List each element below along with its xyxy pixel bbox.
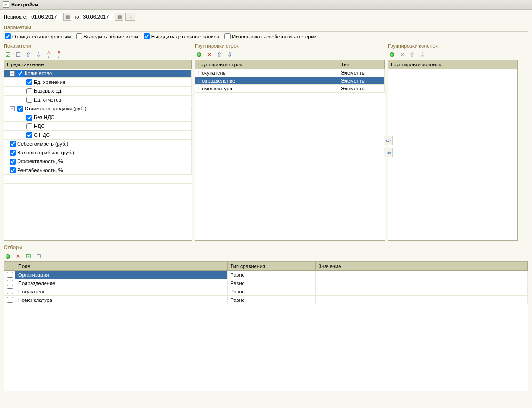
indicators-header: Представление: [4, 60, 192, 69]
date-from-input[interactable]: [29, 13, 61, 20]
check-all-button[interactable]: ☑: [4, 51, 12, 59]
row-groupings-toolbar: ✕ ⇧ ⇩: [195, 50, 385, 60]
row-groupings-title: Группировки строк: [195, 43, 385, 50]
indicator-label: Эффективность, %: [17, 159, 63, 164]
move-left-button[interactable]: ➪: [384, 148, 393, 157]
delete-col-grouping-button[interactable]: ✕: [398, 51, 406, 59]
indicator-label: Ед. хранения: [34, 79, 65, 85]
param-detail-records[interactable]: Выводить детальные записи: [144, 33, 219, 39]
move-down-button[interactable]: ⇩: [34, 51, 43, 59]
col-grouping-down-button[interactable]: ⇩: [418, 51, 427, 59]
indicators-listbox[interactable]: Представление −КоличествоЕд. храненияБаз…: [4, 60, 192, 241]
indicator-label: Без НДС: [34, 115, 55, 120]
indicator-label: Валовая прибыль (руб.): [17, 150, 74, 155]
indicator-row[interactable]: Валовая прибыль (руб.): [4, 148, 192, 157]
delete-row-grouping-button[interactable]: ✕: [205, 51, 213, 59]
date-to-input[interactable]: [81, 13, 113, 20]
col-groupings-header: Группировки колонок: [388, 60, 517, 69]
indicator-row[interactable]: Ед. отчетов: [4, 96, 192, 104]
uncheck-all-button[interactable]: ☐: [14, 51, 22, 59]
sort-asc-button[interactable]: A↓: [45, 51, 53, 59]
filter-row[interactable]: ПодразделениеРавно: [4, 279, 528, 287]
app-icon: ▭: [3, 1, 9, 8]
move-up-button[interactable]: ⇧: [24, 51, 32, 59]
indicator-label: НДС: [34, 123, 45, 129]
indicator-label: Ед. отчетов: [34, 97, 61, 102]
filter-col-value: Значение: [316, 262, 528, 270]
indicator-row[interactable]: −Количество: [4, 69, 192, 78]
add-filter-button[interactable]: [4, 252, 12, 261]
indicator-label: С НДС: [34, 132, 50, 138]
indicator-label: Рентабельность, %: [17, 167, 63, 173]
indicator-row[interactable]: Себестоимость (руб.): [4, 140, 192, 148]
param-show-totals[interactable]: Выводить общие итоги: [76, 33, 138, 39]
indicator-label: Стоимость продажи (руб.): [25, 106, 86, 111]
expand-icon[interactable]: −: [10, 106, 15, 111]
period-to-label: по: [73, 14, 79, 19]
row-groupings-col-group: Группировки строк: [195, 60, 338, 69]
expand-icon[interactable]: −: [10, 71, 15, 76]
row-groupings-listbox[interactable]: Группировки строк Тип ПокупательЭлементы…: [195, 60, 385, 241]
indicator-row[interactable]: Без НДС: [4, 113, 192, 122]
param-use-properties[interactable]: Использовать свойства и категории: [224, 33, 316, 39]
row-grouping-item[interactable]: ПодразделениеЭлементы: [195, 77, 385, 85]
filter-row[interactable]: НоменклатураРавно: [4, 296, 528, 304]
filters-title: Отборы: [4, 243, 528, 251]
row-grouping-up-button[interactable]: ⇧: [215, 51, 224, 59]
indicator-row[interactable]: Ед. хранения: [4, 78, 192, 87]
indicator-label: Себестоимость (руб.): [17, 141, 68, 147]
filter-row[interactable]: ПокупательРавно: [4, 287, 528, 296]
indicator-row[interactable]: Базовых ед.: [4, 87, 192, 96]
param-negative-red[interactable]: Отрицательное красным: [5, 33, 71, 39]
calendar-from-button[interactable]: ▦: [63, 13, 71, 21]
col-grouping-up-button[interactable]: ⇧: [408, 51, 417, 59]
move-right-button[interactable]: ➪: [384, 136, 393, 145]
delete-filter-button[interactable]: ✕: [14, 252, 22, 261]
col-groupings-title: Группировки колонок: [388, 43, 518, 50]
parameters-title: Параметры: [4, 24, 528, 31]
row-grouping-item[interactable]: НоменклатураЭлементы: [195, 85, 385, 93]
parameters-row: Отрицательное красным Выводить общие ито…: [0, 32, 532, 43]
indicator-row[interactable]: Эффективность, %: [4, 157, 192, 166]
filter-uncheck-all-button[interactable]: ☐: [34, 252, 43, 261]
period-from-label: Период с:: [4, 14, 27, 19]
col-groupings-toolbar: ✕ ⇧ ⇩: [388, 50, 518, 60]
row-grouping-item[interactable]: ПокупательЭлементы: [195, 69, 385, 77]
filter-col-field: Поле: [15, 262, 228, 270]
period-dialog-button[interactable]: ...: [125, 13, 135, 21]
filter-col-compare: Тип сравнения: [228, 262, 316, 270]
indicator-label: Базовых ед.: [34, 88, 63, 94]
filter-check-all-button[interactable]: ☑: [24, 252, 32, 261]
col-groupings-listbox[interactable]: Группировки колонок: [388, 60, 518, 241]
filters-toolbar: ✕ ☑ ☐: [4, 251, 528, 261]
indicator-row[interactable]: С НДС: [4, 131, 192, 140]
calendar-to-button[interactable]: ▦: [115, 13, 123, 21]
filter-row[interactable]: ОрганизацияРавно: [4, 271, 528, 279]
add-row-grouping-button[interactable]: [195, 51, 203, 59]
titlebar: ▭ Настройки: [0, 0, 532, 10]
row-grouping-down-button[interactable]: ⇩: [225, 51, 234, 59]
row-groupings-col-type: Тип: [338, 60, 385, 69]
sort-desc-button[interactable]: Я↓: [55, 51, 63, 59]
indicator-row[interactable]: НДС: [4, 122, 192, 131]
swap-arrows: ➪ ➪: [384, 136, 393, 157]
add-col-grouping-button[interactable]: [388, 51, 396, 59]
period-toolbar: Период с: ▦ по ▦ ...: [0, 10, 532, 24]
window-title: Настройки: [11, 2, 38, 7]
indicator-label: Количество: [25, 70, 52, 76]
indicator-row[interactable]: −Стоимость продажи (руб.): [4, 104, 192, 113]
indicators-toolbar: ☑ ☐ ⇧ ⇩ A↓ Я↓: [4, 50, 192, 60]
indicator-row[interactable]: Рентабельность, %: [4, 166, 192, 175]
indicators-title: Показатели: [4, 43, 31, 50]
filters-listbox[interactable]: Поле Тип сравнения Значение ОрганизацияР…: [4, 261, 528, 391]
